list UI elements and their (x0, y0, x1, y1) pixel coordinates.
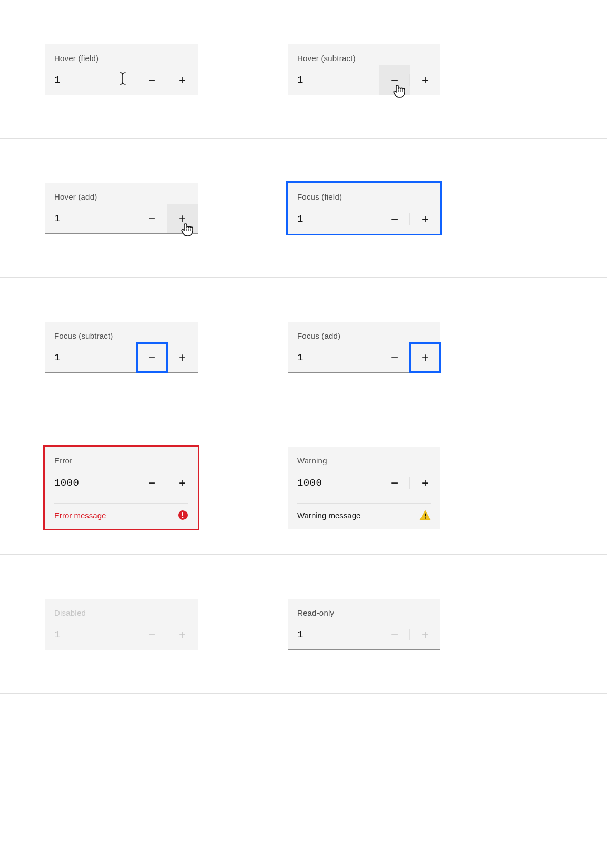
plus-icon: + (422, 628, 429, 641)
number-input-value[interactable]: 1 (288, 65, 379, 95)
minus-icon: − (391, 477, 398, 489)
minus-icon: − (391, 628, 398, 641)
minus-icon: − (391, 351, 398, 364)
plus-icon: + (422, 74, 429, 86)
subtract-button[interactable]: − (379, 343, 410, 372)
subtract-button: − (379, 620, 410, 649)
number-input-value: 1 (288, 620, 379, 649)
number-input-label: Disabled (45, 599, 198, 620)
number-input-value[interactable]: 1000 (45, 468, 136, 498)
number-input-value[interactable]: 1 (288, 204, 379, 234)
minus-icon: − (148, 477, 155, 489)
number-input-label: Focus (add) (288, 322, 440, 343)
minus-icon: − (148, 74, 155, 86)
number-input-value[interactable]: 1 (45, 343, 136, 372)
svg-rect-7 (182, 512, 183, 516)
add-button[interactable]: + (410, 65, 440, 95)
minus-icon: − (148, 351, 155, 364)
number-input-focus-subtract: Focus (subtract) 1 − + (45, 322, 198, 373)
plus-icon: + (422, 351, 429, 364)
add-button[interactable]: + (167, 468, 198, 498)
number-input-label: Hover (add) (45, 183, 198, 204)
number-input-hover-add: Hover (add) 1 − + (45, 183, 198, 234)
number-input-label: Error (45, 447, 198, 468)
error-filled-icon (178, 510, 188, 520)
number-input-warning: Warning 1000 − + Warning message (288, 447, 440, 529)
add-button[interactable]: + (167, 204, 198, 233)
plus-icon: + (422, 477, 429, 489)
minus-icon: − (148, 628, 155, 641)
plus-icon: + (422, 213, 429, 225)
minus-icon: − (391, 213, 398, 225)
svg-point-10 (425, 517, 426, 518)
number-input-value[interactable]: 1000 (288, 468, 379, 498)
warning-message-text: Warning message (297, 511, 360, 520)
error-message-row: Error message (45, 504, 198, 529)
warning-message-row: Warning message (288, 504, 440, 529)
number-input-hover-subtract: Hover (subtract) 1 − + (288, 44, 440, 95)
minus-icon: − (391, 74, 398, 86)
add-button[interactable]: + (410, 343, 440, 372)
add-button[interactable]: + (410, 468, 440, 498)
number-input-error: Error 1000 − + Error message (45, 447, 198, 529)
number-input-label: Read-only (288, 599, 440, 620)
subtract-button[interactable]: − (136, 204, 167, 233)
add-button: + (410, 620, 440, 649)
number-input-value[interactable]: 1 (288, 343, 379, 372)
cell-disabled: Disabled 1 − + (0, 555, 242, 694)
add-button[interactable]: + (167, 343, 198, 372)
cell-focus-field: Focus (field) 1 − + (242, 139, 607, 278)
cell-hover-subtract: Hover (subtract) 1 − + (242, 0, 607, 139)
plus-icon: + (179, 74, 186, 86)
cell-readonly: Read-only 1 − + (242, 555, 607, 694)
subtract-button: − (136, 620, 167, 649)
plus-icon: + (179, 212, 186, 225)
subtract-button[interactable]: − (379, 65, 410, 95)
number-input-focus-add: Focus (add) 1 − + (288, 322, 440, 373)
number-input-readonly: Read-only 1 − + (288, 599, 440, 650)
warning-filled-icon (419, 510, 431, 520)
number-input-hover-field: Hover (field) 1 − + (45, 44, 198, 95)
add-button[interactable]: + (410, 204, 440, 234)
cell-focus-add: Focus (add) 1 − + (242, 278, 607, 416)
cell-hover-field: Hover (field) 1 − + (0, 0, 242, 139)
add-button[interactable]: + (167, 65, 198, 95)
subtract-button[interactable]: − (136, 65, 167, 95)
number-input-label: Hover (subtract) (288, 44, 440, 65)
cell-warning: Warning 1000 − + Warning message (242, 416, 607, 555)
cell-empty-right (242, 694, 607, 867)
number-input-focus-field: Focus (field) 1 − + (288, 183, 440, 234)
cell-hover-add: Hover (add) 1 − + (0, 139, 242, 278)
number-input-disabled: Disabled 1 − + (45, 599, 198, 650)
error-message-text: Error message (54, 511, 106, 520)
number-input-label: Focus (field) (288, 183, 440, 204)
subtract-button[interactable]: − (136, 343, 167, 372)
svg-point-8 (182, 517, 184, 518)
cell-focus-subtract: Focus (subtract) 1 − + (0, 278, 242, 416)
minus-icon: − (148, 212, 155, 225)
plus-icon: + (179, 351, 186, 364)
plus-icon: + (179, 628, 186, 641)
number-input-value[interactable]: 1 (45, 204, 136, 233)
number-input-value: 1 (45, 620, 136, 649)
svg-rect-9 (425, 514, 426, 517)
number-input-label: Hover (field) (45, 44, 198, 65)
subtract-button[interactable]: − (136, 468, 167, 498)
number-input-label: Warning (288, 447, 440, 468)
add-button: + (167, 620, 198, 649)
subtract-button[interactable]: − (379, 468, 410, 498)
plus-icon: + (179, 477, 186, 489)
cell-error: Error 1000 − + Error message (0, 416, 242, 555)
cell-empty-left (0, 694, 242, 867)
number-input-value[interactable]: 1 (45, 65, 136, 95)
number-input-label: Focus (subtract) (45, 322, 198, 343)
subtract-button[interactable]: − (379, 204, 410, 234)
